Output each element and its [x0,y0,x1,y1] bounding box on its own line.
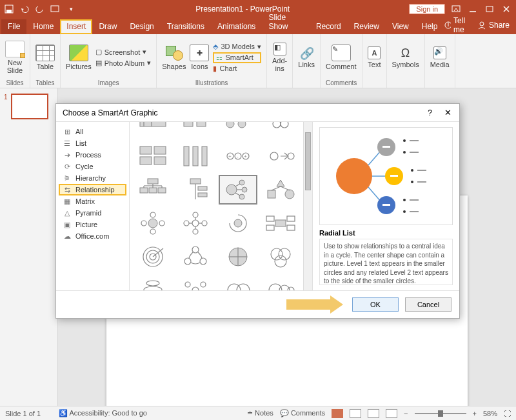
zoom-slider[interactable] [415,413,466,414]
dialog-close-button[interactable]: ✕ [442,108,453,117]
title-bar: ▾ Presentation1 - PowerPoint Sign in [0,0,516,18]
slideshow-view-button[interactable] [386,409,397,418]
sa-item[interactable] [261,242,300,272]
chart-button[interactable]: ▮Chart [213,64,261,74]
preview-description: Use to show relationships to a central i… [319,239,453,285]
tellme-button[interactable]: Tell me [444,16,472,34]
notes-button[interactable]: ≐ Notes [247,409,273,417]
sa-item[interactable] [261,175,300,205]
cat-list[interactable]: ☰List [59,137,126,149]
new-slide-button[interactable]: New Slide [5,41,25,74]
sa-item[interactable] [134,208,172,238]
grid-scrollbar[interactable] [303,122,312,290]
dialog-help-button[interactable]: ? [428,108,432,117]
maximize-icon[interactable] [484,3,495,15]
undo-icon[interactable] [19,4,30,14]
sa-item[interactable] [134,175,172,205]
sa-item[interactable]: +-+ [219,141,257,171]
accessibility-status[interactable]: ♿ Accessibility: Good to go [59,409,147,417]
share-button[interactable]: Share [477,21,510,30]
svg-rect-78 [287,225,295,230]
normal-view-button[interactable] [332,409,343,418]
sa-item[interactable] [261,125,300,137]
minimize-icon[interactable] [467,3,479,15]
sa-item-radial-list[interactable] [219,175,257,205]
cat-hierarchy[interactable]: ⚞Hierarchy [59,172,126,184]
svg-point-95 [192,287,199,290]
sa-item[interactable] [134,141,172,171]
sa-item[interactable] [261,208,300,238]
sa-item[interactable] [134,275,172,290]
save-icon[interactable] [4,4,14,14]
sa-item[interactable] [134,125,172,137]
cat-pyramid[interactable]: △Pyramid [59,207,126,219]
table-button[interactable]: Table [35,45,55,70]
svg-line-51 [235,184,240,186]
zoom-level[interactable]: 58% [483,410,497,417]
ribbon-options-icon[interactable] [450,3,462,15]
slide-thumbnail-1[interactable] [11,94,48,119]
tab-file[interactable]: File [1,19,26,34]
sa-item[interactable] [176,275,215,290]
cat-process[interactable]: ➔Process [59,149,126,161]
zoom-in-button[interactable]: + [473,410,477,417]
tab-review[interactable]: Review [348,19,386,34]
shapes-button[interactable]: Shapes [162,45,186,70]
cat-picture[interactable]: ▣Picture [59,219,126,230]
sa-item[interactable] [261,275,300,290]
sa-item[interactable] [219,275,257,290]
cat-cycle[interactable]: ⟳Cycle [59,161,126,172]
smartart-button[interactable]: ⚏SmartArt [213,52,261,63]
comment-button[interactable]: ✎Comment [326,45,357,70]
screenshot-button[interactable]: ▢Screenshot ▾ [95,47,151,57]
tab-record[interactable]: Record [310,19,348,34]
icons-button[interactable]: ✚Icons [190,45,209,70]
sa-item[interactable] [219,125,257,137]
signin-button[interactable]: Sign in [409,4,445,14]
sa-item[interactable] [219,208,257,238]
addins-button[interactable]: ◧Add- ins [272,43,287,72]
fit-to-window-button[interactable]: ⛶ [504,410,511,417]
3dmodels-button[interactable]: ⬘3D Models ▾ [213,42,261,52]
sa-item[interactable] [176,175,215,205]
pictures-button[interactable]: Pictures [66,45,92,70]
cancel-button[interactable]: Cancel [405,297,452,312]
sa-item[interactable] [219,242,257,272]
sa-item[interactable] [176,125,215,137]
sa-item[interactable] [261,141,300,171]
list-icon: ☰ [63,139,72,147]
tab-insert[interactable]: Insert [60,19,92,34]
photoalbum-button[interactable]: ▤Photo Album ▾ [95,58,151,68]
sa-item[interactable] [176,141,215,171]
cat-all[interactable]: ⊞All [59,126,126,137]
sa-item[interactable] [134,242,172,272]
cat-matrix[interactable]: ▦Matrix [59,195,126,207]
cat-officecom[interactable]: ☁Office.com [59,230,126,242]
tab-draw[interactable]: Draw [92,19,123,34]
start-from-beginning-icon[interactable] [50,4,61,14]
qat-dropdown-icon[interactable]: ▾ [66,4,76,14]
cat-relationship[interactable]: ⇆Relationship [59,184,126,195]
comments-button[interactable]: 💬 Comments [280,409,325,417]
sa-item[interactable] [176,208,215,238]
tab-help[interactable]: Help [415,19,444,34]
zoom-out-button[interactable]: − [404,410,408,417]
media-button[interactable]: 🔊Media [430,46,450,68]
sorter-view-button[interactable] [350,409,361,418]
tab-slideshow[interactable]: Slide Show [262,10,310,34]
ok-button[interactable]: OK [352,297,399,312]
sa-item[interactable] [176,242,215,272]
tab-design[interactable]: Design [123,19,160,34]
tab-transitions[interactable]: Transitions [161,19,211,34]
close-icon[interactable] [501,3,512,15]
svg-line-57 [272,186,281,190]
text-button[interactable]: AText [368,46,381,68]
links-button[interactable]: 🔗Links [298,46,315,68]
symbols-button[interactable]: ΩSymbols [392,46,419,68]
svg-point-93 [144,286,162,290]
redo-icon[interactable] [35,4,45,14]
tab-home[interactable]: Home [26,19,60,34]
tab-view[interactable]: View [386,19,415,34]
tab-animations[interactable]: Animations [211,19,262,34]
reading-view-button[interactable] [368,409,379,418]
